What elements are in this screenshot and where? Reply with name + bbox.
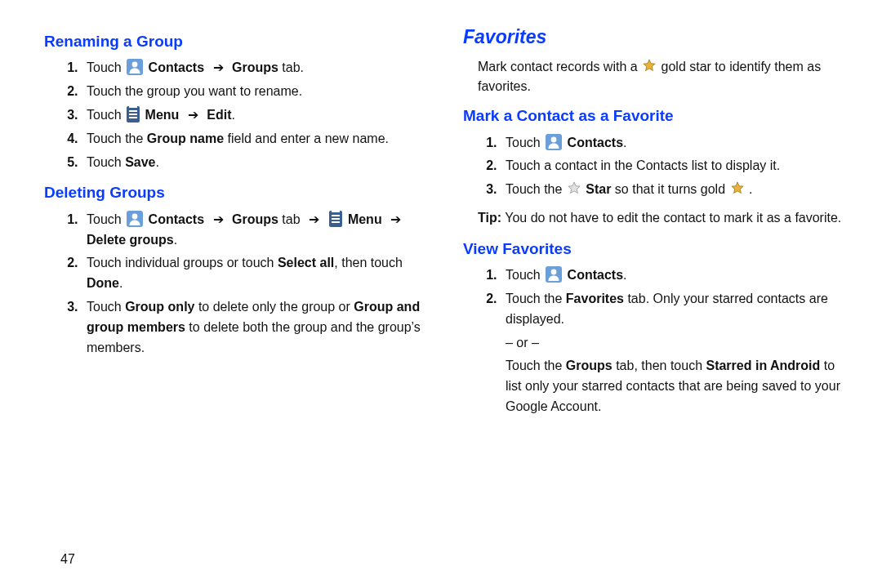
text-bold: Save: [125, 155, 155, 169]
text: tab.: [278, 60, 304, 74]
text: Touch individual groups or touch: [87, 256, 278, 270]
text: Touch: [506, 268, 544, 282]
text-bold: Done: [87, 276, 119, 290]
list-item: Touch the Favorites tab. Only your starr…: [501, 289, 849, 417]
rename-steps-list: Touch Contacts ➔ Groups tab. Touch the g…: [44, 58, 430, 172]
contacts-icon: [127, 211, 143, 227]
text-bold: Menu: [145, 108, 180, 122]
list-item: Touch Save.: [82, 153, 430, 173]
list-item: Touch a contact in the Contacts list to …: [501, 156, 849, 176]
heading-deleting-groups: Deleting Groups: [44, 180, 430, 204]
text: .: [156, 155, 159, 169]
text-bold: Contacts: [568, 136, 623, 149]
text: tab, then touch: [612, 359, 706, 372]
left-column: Renaming a Group Touch Contacts ➔ Groups…: [44, 23, 430, 572]
text-bold: Groups: [566, 359, 612, 372]
text: .: [623, 136, 626, 149]
text: Touch the: [506, 182, 566, 196]
text-bold: Group name: [147, 131, 224, 145]
text-bold: Favorites: [566, 292, 624, 305]
or-divider: – or –: [506, 333, 849, 354]
list-item: Touch the group you want to rename.: [82, 82, 430, 102]
text-bold: Star: [586, 182, 611, 196]
right-column: Favorites Mark contact records with a go…: [463, 23, 849, 572]
heading-renaming-group: Renaming a Group: [44, 29, 430, 53]
heading-view-favorites: View Favorites: [463, 237, 849, 261]
contacts-icon: [127, 59, 143, 75]
arrow-icon: ➔: [213, 58, 224, 78]
mark-steps-list: Touch Contacts. Touch a contact in the C…: [463, 133, 849, 200]
arrow-icon: ➔: [188, 105, 198, 126]
list-item: Touch Contacts.: [501, 133, 849, 154]
list-item: Touch Contacts ➔ Groups tab.: [82, 58, 430, 78]
arrow-icon: ➔: [390, 210, 401, 230]
contacts-icon: [546, 134, 562, 150]
text: Touch the: [87, 131, 147, 145]
favorites-intro: Mark contact records with a gold star to…: [478, 57, 849, 98]
text-bold: Contacts: [149, 212, 204, 226]
tip-body: You do not have to edit the contact to m…: [501, 211, 841, 225]
manual-page: Renaming a Group Touch Contacts ➔ Groups…: [0, 0, 882, 588]
text: field and enter a new name.: [224, 131, 389, 145]
text: so that it turns gold: [615, 182, 729, 196]
tip-block: Tip: You do not have to edit the contact…: [478, 208, 849, 229]
view-steps-list: Touch Contacts. Touch the Favorites tab.…: [463, 265, 849, 417]
list-item: Touch individual groups or touch Select …: [82, 253, 430, 294]
list-item: Touch the Star so that it turns gold .: [501, 180, 849, 200]
text: .: [623, 268, 626, 282]
star-gold-icon: [730, 180, 745, 195]
text-bold: Menu: [348, 212, 382, 226]
star-outline-icon: [567, 180, 581, 195]
text: Touch: [87, 212, 125, 226]
text: .: [119, 276, 122, 290]
text: , then touch: [334, 256, 403, 270]
menu-icon: [127, 106, 140, 122]
text-bold: Contacts: [149, 60, 204, 74]
text: Mark contact records with a: [478, 60, 641, 74]
star-gold-icon: [642, 58, 657, 73]
text: .: [174, 233, 177, 247]
list-item: Touch Contacts ➔ Groups tab ➔ Menu ➔ Del…: [82, 210, 430, 251]
text: Touch: [506, 136, 544, 149]
text: Touch: [87, 300, 125, 314]
text: Touch the: [506, 359, 566, 372]
list-item: Touch the Group name field and enter a n…: [82, 129, 430, 149]
text-bold: Select all: [278, 256, 334, 270]
heading-favorites: Favorites: [463, 23, 849, 52]
menu-icon: [329, 211, 342, 227]
list-item: Touch Group only to delete only the grou…: [82, 297, 430, 358]
text-bold: Delete groups: [87, 233, 174, 247]
text: Touch the group you want to rename.: [87, 84, 302, 98]
arrow-icon: ➔: [309, 210, 319, 230]
text: Touch a contact in the Contacts list to …: [506, 158, 780, 172]
tip-label: Tip:: [478, 211, 501, 225]
text-bold: Group only: [125, 300, 194, 314]
text-bold: Groups: [232, 60, 278, 74]
arrow-icon: ➔: [213, 210, 224, 230]
text: .: [749, 182, 752, 196]
text: Touch: [87, 60, 125, 74]
delete-steps-list: Touch Contacts ➔ Groups tab ➔ Menu ➔ Del…: [44, 210, 430, 359]
text: Touch: [87, 108, 125, 122]
text-block: Touch the Groups tab, then touch Starred…: [506, 356, 849, 416]
heading-mark-favorite: Mark a Contact as a Favorite: [463, 104, 849, 127]
text: Touch: [87, 155, 125, 169]
text-bold: Starred in Android: [706, 359, 820, 372]
list-item: Touch Menu ➔ Edit.: [82, 105, 430, 126]
text: .: [232, 108, 235, 122]
page-number: 47: [60, 552, 75, 567]
text: tab: [278, 212, 304, 226]
text: to delete only the group or: [194, 300, 354, 314]
contacts-icon: [546, 266, 562, 283]
text-bold: Groups: [232, 212, 278, 226]
text: Touch the: [506, 292, 566, 305]
text-bold: Edit: [207, 108, 231, 122]
list-item: Touch Contacts.: [501, 265, 849, 286]
text-bold: Contacts: [568, 268, 623, 282]
